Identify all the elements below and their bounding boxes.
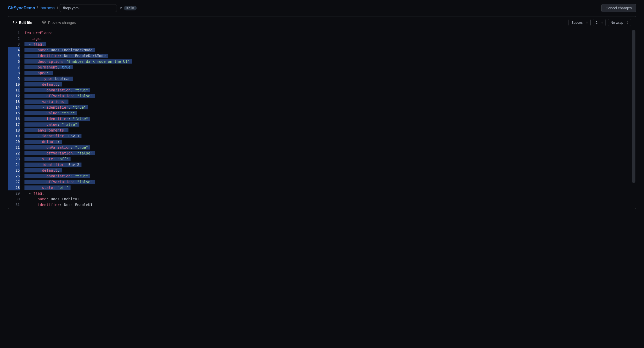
line-number: 17 (8, 122, 20, 127)
code-line[interactable]: variations: (24, 99, 636, 104)
line-number: 13 (8, 99, 20, 104)
code-line[interactable]: - flag: (24, 41, 636, 47)
code-line[interactable]: - identifier: "false" (24, 116, 636, 122)
line-number: 6 (8, 59, 20, 64)
code-line[interactable]: - identifier: Env_1 (24, 133, 636, 139)
line-number: 21 (8, 145, 20, 150)
breadcrumb-sep: / (37, 6, 38, 10)
line-gutter: 1234567891011121314151617181920212223242… (8, 29, 22, 209)
line-number: 9 (8, 76, 20, 82)
line-number: 23 (8, 156, 20, 162)
code-line[interactable]: name: Docs_EnableDarkMode (24, 47, 636, 53)
line-number: 18 (8, 127, 20, 133)
cancel-button[interactable]: Cancel changes (601, 4, 636, 12)
line-number: 26 (8, 173, 20, 179)
line-number: 8 (8, 70, 20, 76)
line-number: 28 (8, 185, 20, 190)
tab-label: Edit file (19, 21, 32, 25)
branch-pill: main (124, 6, 137, 10)
code-line[interactable]: name: Docs_EnableUI (24, 196, 636, 202)
line-number: 7 (8, 64, 20, 70)
line-number: 1 (8, 30, 20, 36)
scrollbar-vertical[interactable] (632, 30, 635, 183)
svg-point-0 (43, 22, 44, 23)
code-line[interactable]: identifier: Docs_EnableDarkMode (24, 53, 636, 59)
breadcrumb: GitSyncDemo / .harness / in main Cancel … (8, 4, 636, 12)
code-line[interactable]: featureFlags: (24, 30, 636, 36)
line-number: 11 (8, 87, 20, 93)
code-line[interactable]: description: "Enables dark mode on the U… (24, 59, 636, 64)
line-number: 16 (8, 116, 20, 122)
tab-label: Preview changes (48, 21, 76, 25)
line-number: 30 (8, 196, 20, 202)
code-line[interactable]: state: "off" (24, 156, 636, 162)
eye-icon (42, 20, 46, 25)
line-number: 5 (8, 53, 20, 59)
line-number: 3 (8, 41, 20, 47)
breadcrumb-folder[interactable]: .harness (39, 6, 55, 10)
line-number: 4 (8, 47, 20, 53)
code-line[interactable]: permanent: true (24, 64, 636, 70)
code-line[interactable]: spec: (24, 70, 636, 76)
line-number: 24 (8, 162, 20, 167)
code-line[interactable]: offVariation: "false" (24, 179, 636, 185)
line-number: 12 (8, 93, 20, 99)
code-line[interactable]: environments: (24, 127, 636, 133)
line-number: 22 (8, 150, 20, 156)
line-number: 10 (8, 82, 20, 87)
code-line[interactable]: offVariation: "false" (24, 150, 636, 156)
code-line[interactable]: value: "true" (24, 110, 636, 116)
code-line[interactable]: - identifier: "true" (24, 104, 636, 110)
line-number: 20 (8, 139, 20, 145)
code-line[interactable]: offVariation: "false" (24, 93, 636, 99)
updown-icon (586, 21, 588, 24)
code-editor[interactable]: 1234567891011121314151617181920212223242… (8, 29, 636, 209)
breadcrumb-root[interactable]: GitSyncDemo (8, 6, 35, 10)
indent-size-select[interactable]: 2 (593, 19, 605, 26)
code-line[interactable]: default: (24, 82, 636, 87)
code-line[interactable]: type: boolean (24, 76, 636, 82)
line-number: 14 (8, 104, 20, 110)
code-line[interactable]: onVariation: "true" (24, 173, 636, 179)
filename-input[interactable] (60, 4, 117, 12)
code-line[interactable]: - identifier: Env_2 (24, 162, 636, 167)
code-line[interactable]: default: (24, 139, 636, 145)
code-line[interactable]: - flag: (24, 190, 636, 196)
code-content[interactable]: featureFlags: flags: - flag: name: Docs_… (22, 29, 636, 209)
updown-icon (601, 21, 603, 24)
code-line[interactable]: value: "false" (24, 122, 636, 127)
line-number: 15 (8, 110, 20, 116)
code-line[interactable]: state: "off" (24, 185, 636, 190)
breadcrumb-sep: / (57, 6, 58, 10)
line-number: 29 (8, 190, 20, 196)
code-line[interactable]: identifier: Docs_EnableUI (24, 202, 636, 208)
indent-type-select[interactable]: Spaces (569, 19, 591, 26)
line-number: 31 (8, 202, 20, 208)
in-label: in (119, 6, 122, 10)
line-number: 25 (8, 167, 20, 173)
code-line[interactable]: onVariation: "true" (24, 87, 636, 93)
wrap-select[interactable]: No wrap (608, 19, 631, 26)
editor-frame: Edit file Preview changes Spaces 2 No wr… (8, 16, 636, 209)
code-icon (13, 20, 17, 25)
code-line[interactable]: default: (24, 167, 636, 173)
tab-edit-file[interactable]: Edit file (8, 16, 37, 29)
line-number: 19 (8, 133, 20, 139)
tab-bar: Edit file Preview changes Spaces 2 No wr… (8, 16, 636, 29)
code-line[interactable]: flags: (24, 36, 636, 41)
tab-preview-changes[interactable]: Preview changes (37, 16, 81, 29)
updown-icon (627, 21, 628, 24)
line-number: 2 (8, 36, 20, 41)
line-number: 27 (8, 179, 20, 185)
code-line[interactable]: onVariation: "true" (24, 145, 636, 150)
